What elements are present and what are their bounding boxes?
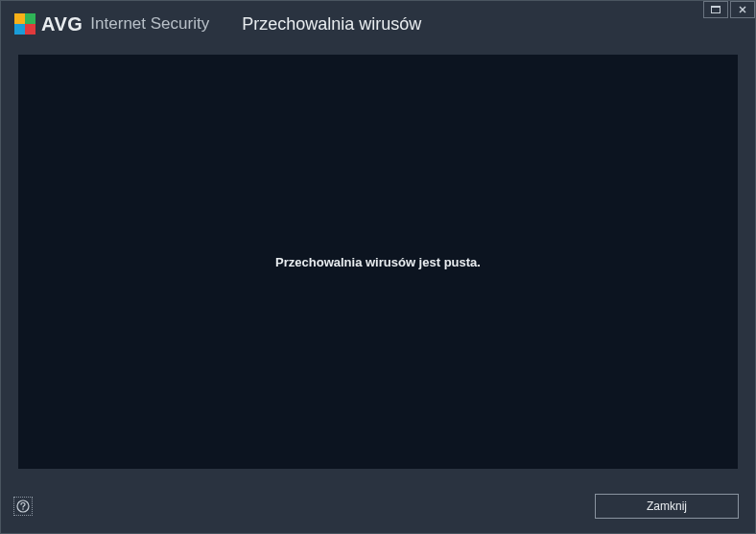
virus-vault-content: Przechowalnia wirusów jest pusta. xyxy=(18,55,738,469)
brand-block: AVG Internet Security xyxy=(14,13,209,35)
svg-rect-2 xyxy=(14,24,25,35)
svg-rect-0 xyxy=(14,13,25,24)
window-title: Przechowalnia wirusów xyxy=(242,14,421,35)
svg-rect-1 xyxy=(25,13,35,24)
maximize-button[interactable] xyxy=(703,1,728,18)
svg-rect-3 xyxy=(25,24,35,35)
window-controls xyxy=(701,1,755,18)
avg-logo-icon xyxy=(14,13,35,35)
svg-point-9 xyxy=(22,508,24,510)
titlebar: AVG Internet Security Przechowalnia wiru… xyxy=(1,1,755,47)
close-button[interactable]: Zamknij xyxy=(595,494,739,519)
close-window-button[interactable] xyxy=(730,1,755,18)
footer: Zamknij xyxy=(0,486,756,534)
empty-message: Przechowalnia wirusów jest pusta. xyxy=(275,255,481,269)
help-icon[interactable] xyxy=(13,497,33,516)
brand-suffix: Internet Security xyxy=(90,14,209,34)
brand-name: AVG xyxy=(41,13,83,35)
